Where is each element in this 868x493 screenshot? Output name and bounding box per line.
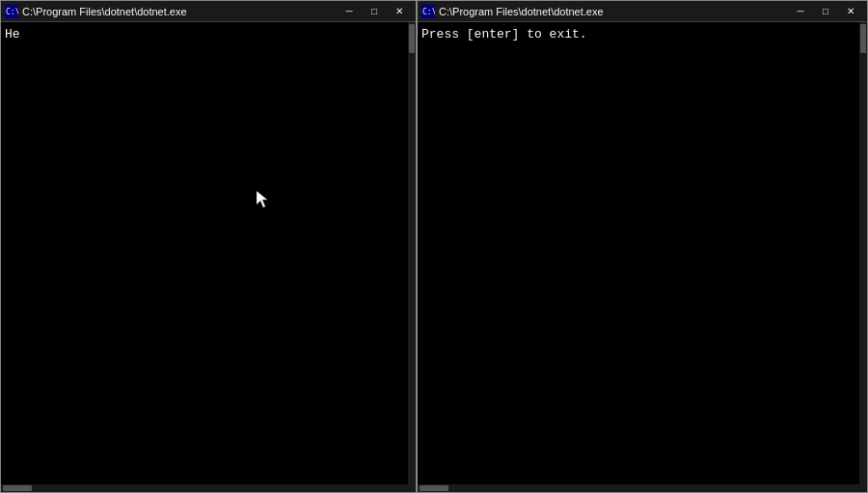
minimize-button-left[interactable]: ─	[337, 3, 362, 20]
console-output-right: Press [enter] to exit.	[421, 27, 587, 41]
scrollbar-bottom-left[interactable]	[1, 484, 408, 492]
title-bar-right: C:\ C:\Program Files\dotnet\dotnet.exe ─…	[418, 1, 867, 22]
title-bar-controls-left: ─ □ ✕	[337, 3, 412, 20]
console-window-right[interactable]: C:\ C:\Program Files\dotnet\dotnet.exe ─…	[417, 0, 868, 493]
scrollbar-bottom-right[interactable]	[418, 484, 859, 492]
maximize-button-left[interactable]: □	[362, 3, 387, 20]
close-button-left[interactable]: ✕	[387, 3, 412, 20]
svg-text:C:\: C:\	[422, 8, 435, 16]
title-bar-text-left: C:\Program Files\dotnet\dotnet.exe	[22, 6, 333, 17]
title-bar-text-right: C:\Program Files\dotnet\dotnet.exe	[439, 6, 784, 17]
console-icon-right: C:\	[421, 5, 435, 18]
scrollbar-thumb-left	[409, 24, 415, 53]
title-bar-controls-right: ─ □ ✕	[788, 3, 863, 20]
console-window-left[interactable]: C:\ C:\Program Files\dotnet\dotnet.exe ─…	[0, 0, 417, 493]
scrollbar-bottom-thumb-left	[3, 485, 32, 491]
scrollbar-thumb-right	[860, 24, 866, 53]
console-icon-left: C:\	[5, 5, 18, 18]
scrollbar-right-left[interactable]	[408, 22, 416, 492]
scrollbar-bottom-thumb-right	[420, 485, 448, 491]
console-content-right: Press [enter] to exit.	[418, 22, 859, 484]
svg-text:C:\: C:\	[6, 8, 18, 16]
title-bar-left: C:\ C:\Program Files\dotnet\dotnet.exe ─…	[1, 1, 416, 22]
console-output-left: He	[5, 27, 20, 41]
maximize-button-right[interactable]: □	[813, 3, 838, 20]
console-content-left: He	[1, 22, 408, 484]
minimize-button-right[interactable]: ─	[788, 3, 813, 20]
scrollbar-right-right[interactable]	[859, 22, 867, 492]
console-body-right[interactable]: Press [enter] to exit.	[418, 22, 867, 492]
close-button-right[interactable]: ✕	[838, 3, 863, 20]
console-body-left[interactable]: He	[1, 22, 416, 492]
